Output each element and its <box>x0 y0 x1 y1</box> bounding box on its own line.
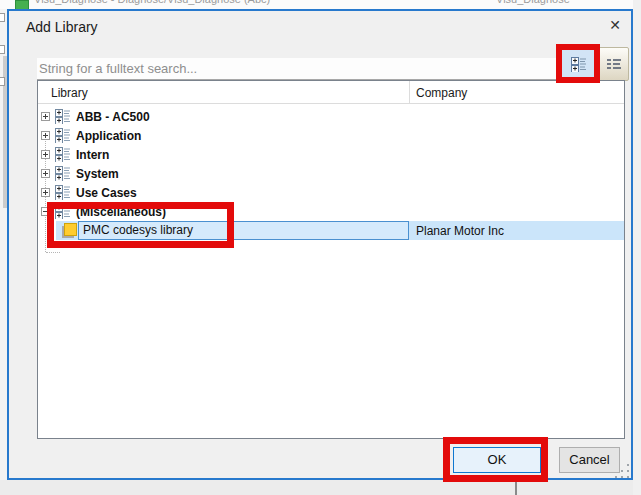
column-header-library[interactable]: Library <box>51 86 88 100</box>
expand-icon[interactable] <box>41 188 50 197</box>
background-tab-title-right: Visu_Diagnose <box>496 0 570 5</box>
category-label: ABB - AC500 <box>76 110 150 124</box>
background-divider <box>515 480 517 495</box>
screenshot-root: Visu_Diagnose - Diagnose/Visu_Diagnose (… <box>0 0 641 495</box>
background-app-bottom-strip <box>0 480 641 495</box>
library-category-icon <box>55 146 71 162</box>
library-category-icon <box>55 184 71 200</box>
library-category-icon <box>55 127 71 143</box>
background-tree-expander-icon <box>0 13 5 22</box>
expand-icon[interactable] <box>41 131 50 140</box>
tree-row-category[interactable]: System <box>38 164 624 183</box>
tree-row-category[interactable]: Intern <box>38 145 624 164</box>
background-tree-expander-icon <box>0 77 5 86</box>
annotation-rect-pmc-library-row <box>47 202 234 248</box>
category-label: Intern <box>76 148 109 162</box>
flat-view-icon <box>606 56 622 72</box>
library-category-icon <box>55 165 71 181</box>
close-icon[interactable]: ✕ <box>606 16 624 34</box>
tree-connector-line <box>46 252 60 253</box>
annotation-rect-ok-button <box>443 437 548 482</box>
background-tab-title: Visu_Diagnose - Diagnose/Visu_Diagnose (… <box>34 0 270 5</box>
search-input[interactable]: String for a fulltext search... <box>37 58 556 80</box>
header-underline <box>38 103 624 104</box>
search-placeholder: String for a fulltext search... <box>39 61 197 76</box>
tree-row-category[interactable]: Application <box>38 126 624 145</box>
annotation-rect-view-toggle <box>556 44 600 83</box>
resize-grip-icon[interactable] <box>615 464 631 480</box>
tree-row-category[interactable]: Use Cases <box>38 183 624 202</box>
library-tree-list[interactable]: Library Company ABB - AC500 Application … <box>37 80 625 439</box>
category-label: Use Cases <box>76 186 137 200</box>
library-company-cell: Planar Motor Inc <box>416 224 504 238</box>
column-divider <box>409 81 410 103</box>
background-tree-expander-icon <box>0 45 5 54</box>
background-app-right-strip <box>633 0 641 495</box>
background-app-top-strip: Visu_Diagnose - Diagnose/Visu_Diagnose (… <box>0 0 641 9</box>
expand-icon[interactable] <box>41 169 50 178</box>
application-icon <box>15 0 29 9</box>
category-label: System <box>76 167 119 181</box>
expand-icon[interactable] <box>41 150 50 159</box>
flat-view-button[interactable] <box>598 47 629 81</box>
library-category-icon <box>55 108 71 124</box>
expand-icon[interactable] <box>41 112 50 121</box>
category-label: Application <box>76 129 141 143</box>
tree-row-category[interactable]: ABB - AC500 <box>38 107 624 126</box>
column-header-company[interactable]: Company <box>416 86 467 100</box>
dialog-title: Add Library <box>26 19 98 35</box>
cancel-button[interactable]: Cancel <box>559 447 620 473</box>
background-app-left-strip <box>0 9 7 480</box>
